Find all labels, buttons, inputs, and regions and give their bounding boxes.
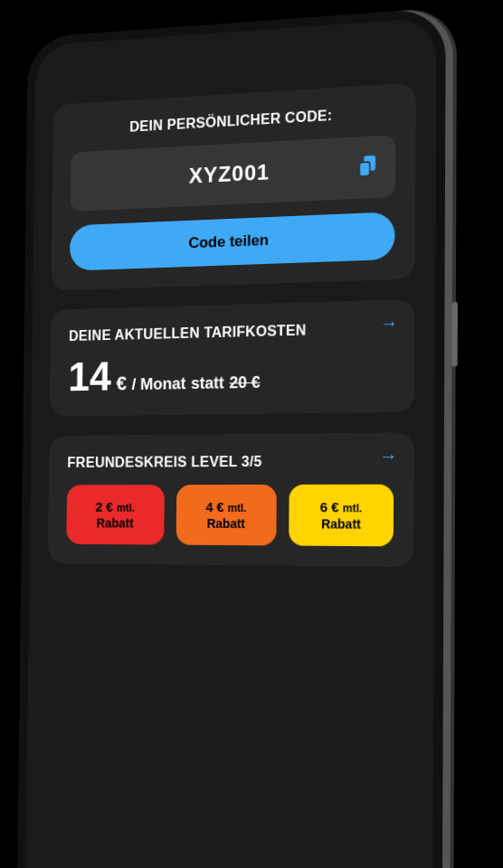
personal-code-card: DEIN PERSÖNLICHER CODE: XYZ001 Code teil… bbox=[51, 82, 415, 290]
level-label: Rabatt bbox=[73, 516, 157, 531]
arrow-right-icon: → bbox=[380, 313, 398, 335]
referral-code: XYZ001 bbox=[188, 160, 270, 188]
code-display-box: XYZ001 bbox=[71, 135, 395, 212]
price-line: 14 € / Monat statt 20 € bbox=[68, 350, 394, 398]
friends-level-card[interactable]: → FREUNDESKREIS LEVEL 3/5 2 € mtl. Rabat… bbox=[48, 432, 414, 567]
level-card-title: FREUNDESKREIS LEVEL 3/5 bbox=[67, 453, 394, 471]
level-amount: 2 € bbox=[95, 499, 113, 514]
code-card-title: DEIN PERSÖNLICHER CODE: bbox=[71, 104, 396, 138]
copy-icon[interactable] bbox=[359, 155, 379, 179]
phone-side-button bbox=[451, 302, 457, 367]
price-old: 20 € bbox=[229, 373, 260, 393]
tariff-cost-card[interactable]: → DEINE AKTUELLEN TARIFKOSTEN 14 € / Mon… bbox=[50, 299, 415, 417]
level-tile-1: 2 € mtl. Rabatt bbox=[66, 485, 164, 544]
level-tiles: 2 € mtl. Rabatt 4 € mtl. Rabatt 6 € mtl. bbox=[66, 485, 394, 547]
level-amount: 4 € bbox=[205, 499, 223, 514]
phone-frame: DEIN PERSÖNLICHER CODE: XYZ001 Code teil… bbox=[16, 7, 446, 868]
level-suffix: mtl. bbox=[228, 502, 247, 514]
level-label: Rabatt bbox=[297, 516, 386, 532]
app-screen: DEIN PERSÖNLICHER CODE: XYZ001 Code teil… bbox=[24, 17, 436, 868]
level-amount: 6 € bbox=[320, 499, 339, 514]
level-label: Rabatt bbox=[183, 516, 270, 531]
share-code-button[interactable]: Code teilen bbox=[70, 212, 395, 270]
price-per: / Monat bbox=[131, 374, 185, 394]
level-tile-2: 4 € mtl. Rabatt bbox=[176, 485, 277, 546]
price-currency: € bbox=[116, 373, 127, 396]
price-instead: statt bbox=[191, 374, 224, 393]
level-tile-3: 6 € mtl. Rabatt bbox=[289, 485, 394, 547]
level-suffix: mtl. bbox=[117, 502, 135, 514]
price-amount: 14 bbox=[68, 355, 111, 397]
arrow-right-icon: → bbox=[379, 446, 397, 467]
tariff-card-title: DEINE AKTUELLEN TARIFKOSTEN bbox=[69, 320, 394, 344]
level-suffix: mtl. bbox=[343, 502, 363, 514]
svg-rect-2 bbox=[360, 163, 369, 175]
